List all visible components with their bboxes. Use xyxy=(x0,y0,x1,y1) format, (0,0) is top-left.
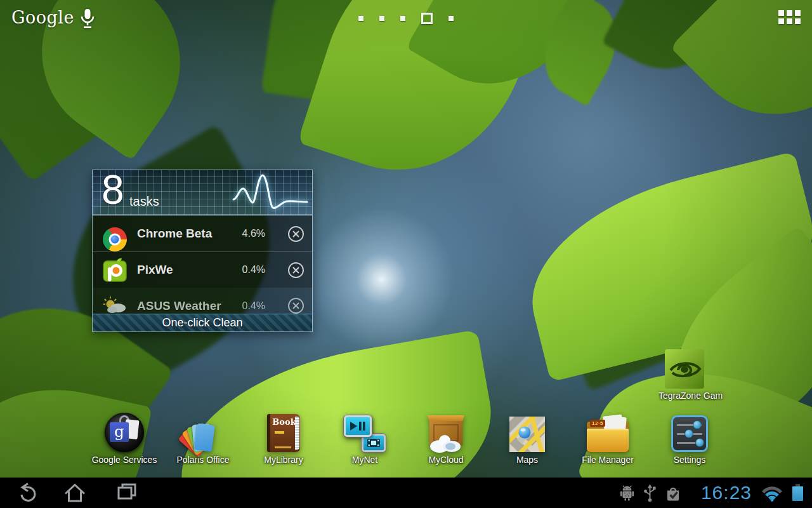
folder-icon: 12-5 xyxy=(587,409,629,452)
app-label: File Manager xyxy=(582,455,634,465)
app-label: Polaris Office xyxy=(177,455,230,465)
tegrazone-label: TegraZone Gam xyxy=(658,391,760,401)
clock: 16:23 xyxy=(701,482,752,504)
weather-icon xyxy=(103,293,127,314)
back-button[interactable] xyxy=(9,480,44,505)
grid-square xyxy=(778,18,784,24)
grid-square xyxy=(795,10,801,16)
one-click-clean-button[interactable]: One-click Clean xyxy=(93,314,312,331)
battery-icon xyxy=(792,484,803,502)
dock-item-google-services[interactable]: g Google Services xyxy=(83,409,166,465)
folder-front xyxy=(587,429,629,452)
pixwe-icon xyxy=(103,258,127,282)
task-row: Chrome Beta 4.6% xyxy=(93,215,312,251)
task-name: ASUS Weather xyxy=(137,299,221,313)
page-indicator-current[interactable] xyxy=(421,13,433,24)
task-name: PixWe xyxy=(137,263,173,277)
app-label: MyCloud xyxy=(428,455,463,465)
home-button[interactable] xyxy=(57,480,93,505)
page-indicator-dot[interactable] xyxy=(379,16,384,21)
dock-item-settings[interactable]: Settings xyxy=(648,409,731,465)
task-count-label: tasks xyxy=(129,194,159,209)
book-pages xyxy=(295,417,299,450)
task-widget-header: 8 tasks xyxy=(93,170,312,215)
android-debug-icon xyxy=(620,485,634,501)
book-icon: Book xyxy=(267,409,300,452)
task-cpu-percent: 4.6% xyxy=(242,228,265,239)
task-row: PixWe 0.4% xyxy=(93,251,312,288)
book-cover-mark xyxy=(275,446,291,448)
task-cpu-percent: 0.4% xyxy=(242,300,265,312)
tegrazone-icon[interactable] xyxy=(665,349,704,389)
grid-square xyxy=(795,18,801,24)
recents-button[interactable] xyxy=(109,480,145,505)
google-g-tile: g xyxy=(110,422,129,442)
folder-tag: 12-5 xyxy=(590,420,605,427)
dock-item-file-manager[interactable]: 12-5 File Manager xyxy=(566,409,649,465)
page-indicator-dot[interactable] xyxy=(358,16,363,21)
all-apps-button[interactable] xyxy=(778,10,801,24)
book-cover-text: Book xyxy=(272,417,297,427)
task-manager-widget: 8 tasks Chrome Beta 4.6% PixWe xyxy=(92,170,313,332)
grid-square xyxy=(787,10,792,16)
system-bar: 16:23 xyxy=(0,478,812,508)
status-tray[interactable]: 16:23 xyxy=(616,478,807,508)
app-label: Maps xyxy=(516,455,538,465)
dock-item-mycloud[interactable]: MyCloud xyxy=(405,409,487,465)
play-pause-screen xyxy=(344,415,372,437)
google-folder-icon: g xyxy=(105,409,144,452)
task-count: 8 xyxy=(102,170,124,213)
dock-item-polaris-office[interactable]: Polaris Office xyxy=(162,409,244,465)
task-row-clipped: ASUS Weather 0.4% xyxy=(93,288,312,314)
dock-item-mylibrary[interactable]: Book MyLibrary xyxy=(242,409,325,465)
app-label: MyNet xyxy=(352,455,377,465)
grid-square xyxy=(787,18,792,24)
usb-icon xyxy=(643,484,657,502)
close-task-icon[interactable] xyxy=(287,297,304,314)
app-label: MyLibrary xyxy=(264,455,303,465)
wifi-icon xyxy=(761,485,783,502)
google-maps-icon xyxy=(509,409,545,452)
polaris-cards-icon xyxy=(182,409,224,452)
close-task-icon[interactable] xyxy=(287,262,304,279)
cpu-waveform-icon xyxy=(232,171,308,213)
task-cpu-percent: 0.4% xyxy=(242,264,265,276)
page-indicator-dot[interactable] xyxy=(449,16,454,21)
dock-item-maps[interactable]: Maps xyxy=(486,409,568,465)
app-label: Google Services xyxy=(92,455,157,465)
close-task-icon[interactable] xyxy=(287,225,304,243)
chrome-icon xyxy=(103,227,127,251)
cloud-icon xyxy=(427,433,464,453)
paper-sheet xyxy=(606,416,627,431)
home-screen: Google 8 tasks Chrome Beta 4.6% xyxy=(0,0,812,508)
page-indicator-dot[interactable] xyxy=(400,16,405,21)
task-name: Chrome Beta xyxy=(137,227,212,241)
market-checkmark-icon xyxy=(665,485,681,502)
grid-square xyxy=(778,10,784,16)
task-row: ASUS Weather 0.4% xyxy=(93,288,312,314)
media-screens-icon xyxy=(344,409,386,452)
one-click-clean-label: One-click Clean xyxy=(162,316,242,330)
cloud-box-icon xyxy=(426,409,466,452)
dock-item-mynet[interactable]: MyNet xyxy=(324,409,406,465)
app-label: Settings xyxy=(674,455,706,465)
sliders-icon xyxy=(671,409,708,452)
book-cover-mark xyxy=(275,431,284,434)
page-indicator[interactable] xyxy=(0,11,812,25)
